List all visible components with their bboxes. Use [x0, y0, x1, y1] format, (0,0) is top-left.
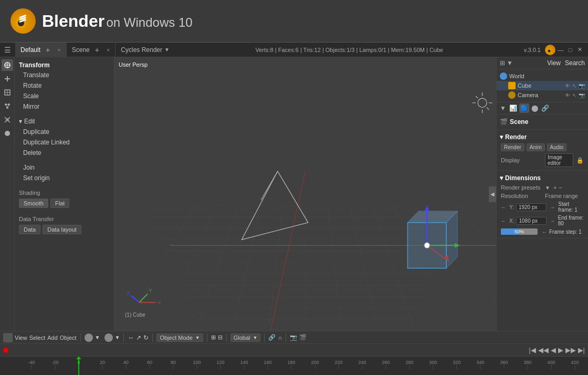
- smooth-button[interactable]: Smooth: [19, 199, 48, 208]
- modifier-icon[interactable]: [2, 114, 13, 126]
- chain-icon-2[interactable]: ∩: [278, 335, 282, 341]
- add-icon[interactable]: [2, 73, 13, 85]
- rotate-item[interactable]: Rotate: [15, 80, 114, 91]
- camera-render-icon[interactable]: 📷: [290, 334, 297, 341]
- set-origin-item[interactable]: Set origin: [15, 173, 114, 183]
- camera-cursor-icon[interactable]: ↖: [572, 92, 576, 98]
- cycles-render-tab[interactable]: Cycles Render ▼: [116, 46, 175, 54]
- frame-step-label[interactable]: Frame step: 1: [549, 229, 582, 235]
- select-menu[interactable]: Select: [29, 335, 46, 341]
- view-label[interactable]: View: [547, 59, 561, 67]
- add-menu[interactable]: Add: [47, 335, 58, 341]
- app-name-text: Blender: [42, 12, 104, 30]
- chain-icon[interactable]: 🔗: [268, 334, 276, 341]
- tab-scene-add[interactable]: +: [92, 46, 102, 54]
- camera-eye-icon[interactable]: 👁: [565, 92, 570, 98]
- svg-point-22: [5, 131, 10, 136]
- mirror-item[interactable]: Mirror: [15, 101, 114, 112]
- render-presets-dropdown[interactable]: ▼: [545, 185, 550, 191]
- search-label[interactable]: Search: [565, 59, 585, 67]
- viewport-3d[interactable]: User Persp: [114, 57, 496, 331]
- object-mode-dropdown[interactable]: Object Mode ▼: [156, 334, 203, 342]
- outliner-camera-item[interactable]: Camera 👁 ↖ 📷: [497, 90, 588, 100]
- maximize-button[interactable]: □: [566, 46, 574, 54]
- mesh-icon[interactable]: [2, 87, 13, 98]
- panel-icon-2[interactable]: ▼: [507, 59, 513, 67]
- timeline-ruler[interactable]: -40 -20 0 20 40 60 80 100 120 140 160 18…: [0, 357, 588, 375]
- res-y-input[interactable]: 1920 px: [516, 203, 547, 211]
- svg-text:160: 160: [264, 360, 271, 365]
- anim-button[interactable]: Anim: [527, 143, 545, 151]
- circle-icon[interactable]: [2, 128, 13, 139]
- render-presets-add[interactable]: +: [553, 184, 556, 191]
- jump-start-button[interactable]: |◀: [529, 346, 536, 354]
- delete-item[interactable]: Delete: [15, 148, 114, 158]
- material-dropdown[interactable]: ▼: [115, 335, 120, 340]
- scene-header[interactable]: 🎬 Scene: [497, 117, 588, 127]
- join-item[interactable]: Join: [15, 162, 114, 173]
- manipulator-icon-3[interactable]: ↻: [143, 334, 149, 341]
- minimize-button[interactable]: —: [556, 46, 565, 54]
- hamburger-menu-icon[interactable]: ☰: [4, 46, 11, 54]
- view-menu[interactable]: View: [15, 335, 27, 341]
- end-frame-label[interactable]: End frame: 80: [558, 215, 584, 226]
- jump-end-button[interactable]: ▶|: [578, 346, 585, 354]
- manipulator-icon-1[interactable]: ↔: [128, 334, 134, 341]
- cycles-dropdown-icon[interactable]: ▼: [164, 47, 170, 53]
- cube-camera-icon[interactable]: 📷: [579, 83, 585, 89]
- camera-cam-icon[interactable]: 📷: [579, 92, 585, 98]
- dimensions-header[interactable]: ▾ Dimensions: [497, 173, 588, 183]
- sphere-dropdown[interactable]: ▼: [95, 335, 100, 340]
- prop-tab-1[interactable]: ▼: [499, 103, 507, 113]
- tab-close-icon[interactable]: ×: [57, 47, 60, 53]
- object-menu[interactable]: Object: [60, 335, 77, 341]
- play-button[interactable]: ▶: [558, 346, 563, 354]
- close-button[interactable]: ✕: [575, 46, 584, 54]
- tab-scene[interactable]: Scene + ×: [67, 43, 116, 57]
- grid-icon-1[interactable]: ⊞: [211, 334, 216, 341]
- prop-tab-5[interactable]: 🔗: [540, 103, 550, 113]
- frame-range-label: Frame range: [545, 193, 587, 199]
- start-frame-label[interactable]: Start frame: 1: [558, 201, 584, 213]
- scale-item[interactable]: Scale: [15, 91, 114, 101]
- flat-button[interactable]: Flat: [50, 199, 69, 208]
- scale-bar[interactable]: 50%: [501, 228, 538, 235]
- prop-tab-4[interactable]: ⬤: [530, 103, 539, 113]
- cube-cursor-icon[interactable]: ↖: [572, 83, 576, 89]
- tab-default[interactable]: Default + ×: [15, 43, 67, 57]
- edit-collapse[interactable]: ▾ Edit: [15, 116, 114, 127]
- manipulator-icon-2[interactable]: ↗: [136, 334, 141, 341]
- recording-dot[interactable]: [3, 348, 8, 353]
- panel-icon-1[interactable]: ⊞: [500, 59, 505, 67]
- step-back-button[interactable]: ◀◀: [538, 346, 549, 354]
- data-layout-button[interactable]: Data layout: [43, 225, 81, 234]
- display-value[interactable]: Image editor: [545, 153, 573, 167]
- viewport-panel-toggle[interactable]: ◀: [489, 186, 496, 202]
- duplicate-item[interactable]: Duplicate: [15, 127, 114, 137]
- render-button[interactable]: Render: [501, 143, 524, 151]
- node-icon[interactable]: [2, 100, 13, 112]
- toolbar-sep-4: [207, 334, 207, 342]
- data-button[interactable]: Data: [19, 225, 40, 234]
- prop-tab-3[interactable]: 🔵: [519, 103, 529, 113]
- translate-item[interactable]: Translate: [15, 70, 114, 80]
- grid-icon-2[interactable]: ⊟: [218, 334, 223, 341]
- step-forward-button[interactable]: ▶▶: [565, 346, 576, 354]
- tab-scene-close[interactable]: ×: [107, 47, 110, 53]
- outliner-cube-item[interactable]: Cube 👁 ↖ 📷: [497, 81, 588, 90]
- render-presets-remove[interactable]: −: [559, 184, 562, 191]
- transform-tool-icon[interactable]: [2, 59, 13, 71]
- tab-add-icon[interactable]: +: [43, 46, 53, 54]
- video-icon[interactable]: 🎬: [299, 334, 307, 341]
- cube-eye-icon[interactable]: 👁: [565, 83, 570, 89]
- global-dropdown[interactable]: Global ▼: [230, 334, 261, 342]
- display-lock-icon[interactable]: 🔒: [576, 157, 584, 164]
- play-reverse-button[interactable]: ◀: [551, 346, 556, 354]
- audio-button[interactable]: Audio: [547, 143, 567, 151]
- render-header[interactable]: ▾ Render: [497, 132, 588, 142]
- svg-line-70: [476, 96, 478, 98]
- outliner-world-item[interactable]: World: [497, 71, 588, 81]
- duplicate-linked-item[interactable]: Duplicate Linked: [15, 137, 114, 148]
- prop-tab-2[interactable]: 📊: [508, 103, 518, 113]
- res-x-input[interactable]: 1080 px: [516, 217, 546, 225]
